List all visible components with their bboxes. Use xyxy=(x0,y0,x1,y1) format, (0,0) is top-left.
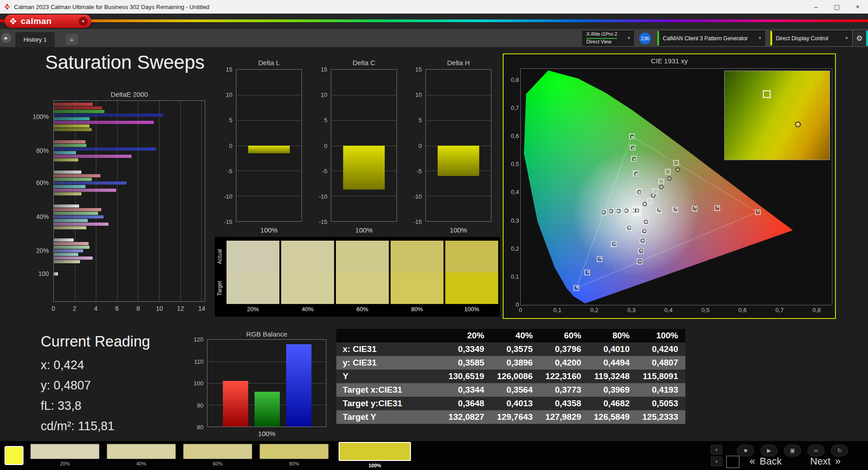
delta-e-2000-chart: DeltaE 2000 100%80%60%40%20%100 02468101… xyxy=(32,90,217,317)
gridline xyxy=(236,95,302,95)
pattern-window-button[interactable] xyxy=(726,456,740,468)
delta-bar xyxy=(438,146,479,176)
scroll-up-icon[interactable]: ∧ xyxy=(711,456,722,466)
gridline xyxy=(331,120,396,121)
x-axis-label: 100% xyxy=(331,226,397,234)
maximize-button[interactable]: ▢ xyxy=(826,0,847,14)
save-button[interactable]: ▣ xyxy=(784,445,801,456)
x-axis-tick: 0,2 xyxy=(590,307,599,313)
app-window: Calman 2023 Calman Ultimate for Business… xyxy=(0,0,868,470)
table-cell: 0,4807 xyxy=(637,356,685,370)
actual-swatch-40% xyxy=(281,241,334,272)
measured-point xyxy=(624,209,628,213)
delta-e-bar xyxy=(54,174,100,177)
delta-e-bar xyxy=(54,181,127,185)
actual-swatch-100% xyxy=(445,241,498,272)
delta-e-plot-area xyxy=(53,100,205,302)
delta-e-bar xyxy=(54,246,90,249)
play-button[interactable]: ▶ xyxy=(760,445,778,456)
x-axis-tick: 14 xyxy=(198,305,205,312)
y-axis-tick: 5 xyxy=(419,117,422,123)
display-control-selector[interactable]: Direct Display Control ▼ xyxy=(770,31,852,46)
rgb-bar-green xyxy=(255,392,280,427)
calman-menu-button[interactable]: calman ▾ xyxy=(5,14,91,28)
minimize-button[interactable]: – xyxy=(806,0,826,14)
table-row-label: x: CIE31 xyxy=(336,342,443,356)
target-point xyxy=(653,189,658,194)
table-cell: 0,4240 xyxy=(637,342,685,356)
y-axis-tick: 110 xyxy=(194,358,203,365)
actual-swatch-20% xyxy=(226,241,279,272)
y-axis-tick: 20% xyxy=(36,247,49,254)
delta-e-bar xyxy=(54,121,154,124)
table-header-row: 20%40%60%80%100% xyxy=(336,329,685,342)
delta-e-bar xyxy=(54,103,93,106)
pattern-level-60%[interactable] xyxy=(183,444,252,459)
pattern-level-20%[interactable] xyxy=(30,444,99,459)
table-row: Target y:CIE310,36480,40130,43580,46820,… xyxy=(336,397,685,410)
cie-zoom-inset xyxy=(724,71,830,160)
tab-history-1[interactable]: History 1 xyxy=(15,32,55,47)
delta-h-chart: Delta H 151050-5-10-15 100% xyxy=(406,59,501,240)
y-axis-tick: 15 xyxy=(415,66,422,73)
table-cell: 0,3969 xyxy=(589,383,637,397)
link-button[interactable]: ∞ xyxy=(807,445,825,456)
y-axis-tick: -15 xyxy=(413,218,422,225)
pattern-generator-label: CalMAN Client 3 Pattern Generator xyxy=(663,35,748,42)
x-axis-tick: 12 xyxy=(177,305,184,312)
cie-x-axis: 00,10,20,30,40,50,60,70,8 xyxy=(520,307,832,315)
app-icon xyxy=(4,3,11,10)
back-button[interactable]: « Back xyxy=(750,456,782,467)
bottom-bar: 20%40%60%80%100% ∧ ■ ▶ ▣ ∞ ↻ ∧ « Back Ne… xyxy=(0,441,868,470)
delta-e-bar xyxy=(54,226,86,229)
gridline xyxy=(180,101,181,301)
delta-l-plot-area xyxy=(236,69,302,222)
y-axis-tick: 80 xyxy=(197,424,203,431)
target-point xyxy=(659,179,664,184)
table-cell: 129,7643 xyxy=(491,410,540,424)
x-axis-tick: 2 xyxy=(73,305,76,312)
stop-button[interactable]: ■ xyxy=(737,445,754,456)
meter-selector[interactable]: X-Rite i1Pro 2 Direct View ▼ xyxy=(582,31,634,46)
target-swatch-20% xyxy=(226,272,279,304)
brand-bar: calman ▾ xyxy=(0,14,868,29)
table-header: 80% xyxy=(589,329,637,342)
table-header: 100% xyxy=(637,329,685,342)
rgb-y-axis: 1201101009080 xyxy=(190,339,205,427)
scroll-up-icon[interactable]: ∧ xyxy=(711,445,722,455)
delta-e-bar xyxy=(54,253,78,256)
delta-e-bar xyxy=(54,204,79,208)
delta-e-y-axis: 100%80%60%40%20%100 xyxy=(32,100,52,302)
measured-point xyxy=(676,168,679,171)
close-button[interactable]: × xyxy=(847,0,868,14)
y-axis-tick: 100 xyxy=(193,380,203,387)
refresh-button[interactable]: ↻ xyxy=(831,445,848,456)
pattern-level-40%[interactable] xyxy=(107,444,176,459)
pattern-level-100%[interactable] xyxy=(339,442,411,461)
gridline xyxy=(117,101,118,301)
delta-e-bar xyxy=(54,192,81,195)
target-swatch-80% xyxy=(391,272,443,304)
pattern-generator-selector[interactable]: CalMAN Client 3 Pattern Generator ▼ xyxy=(657,31,765,46)
delta-e-bar xyxy=(54,212,98,215)
target-swatch-40% xyxy=(281,272,334,304)
y-axis-tick: 0,6 xyxy=(511,133,519,139)
y-axis-tick: -5 xyxy=(227,167,232,174)
delta-e-bar xyxy=(54,260,80,263)
pattern-level-80%[interactable] xyxy=(259,444,329,459)
y-axis-tick: -5 xyxy=(322,167,327,174)
table-cell: 0,3796 xyxy=(540,342,588,356)
tab-scroll-button[interactable]: ▶ xyxy=(1,33,11,43)
next-button[interactable]: Next » xyxy=(810,456,841,467)
gridline xyxy=(159,101,160,301)
chart-title: DeltaE 2000 xyxy=(53,90,205,98)
add-tab-button[interactable]: + xyxy=(66,34,78,45)
measured-point xyxy=(613,242,616,246)
y-axis-tick: 0 xyxy=(419,142,422,149)
y-axis-tick: 0,3 xyxy=(511,217,519,223)
gear-icon[interactable]: ⚙ xyxy=(854,31,865,46)
table-cell: 0,3648 xyxy=(443,397,491,410)
table-row: Target x:CIE310,33440,35640,37730,39690,… xyxy=(336,383,685,397)
table-cell: 0,3585 xyxy=(443,356,491,370)
logo-text: calman xyxy=(21,16,52,26)
